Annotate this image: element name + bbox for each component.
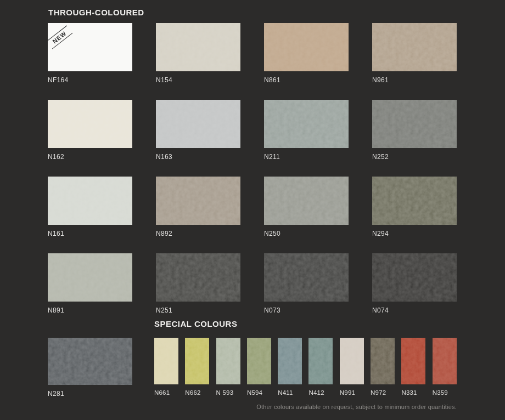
colour-swatch [156,23,240,71]
swatch-cell: N281 [48,338,132,398]
swatch-cell: N972 [371,338,395,396]
swatch-label: N211 [264,153,349,161]
section-title-through-coloured: THROUGH-COLOURED [48,8,144,16]
swatch-cell: N162 [48,100,132,161]
texture-overlay [216,338,240,384]
swatch-label: N162 [48,153,132,161]
swatch-label: N359 [433,389,457,396]
texture-overlay [372,100,457,148]
colour-swatch [371,338,395,384]
colour-swatch: NEW [48,23,132,71]
footnote-text: Other colours available on request, subj… [256,404,457,410]
texture-overlay [264,23,349,71]
colour-swatch [372,100,457,148]
texture-overlay [48,177,132,225]
swatch-label: N412 [308,389,333,396]
swatch-label: N594 [247,389,271,396]
swatch-label: N250 [264,230,349,237]
swatch-cell: N252 [372,100,457,161]
colour-swatch [156,100,240,148]
swatch-label: N662 [185,389,209,396]
swatch-cell: N 593 [216,338,240,396]
swatch-label: NF164 [48,76,132,84]
texture-overlay [185,338,209,384]
swatch-label: N661 [154,389,178,396]
colour-swatch [247,338,271,384]
texture-overlay [340,338,364,384]
swatch-label: N861 [264,76,349,84]
colour-swatch [278,338,302,384]
swatch-cell: N891 [48,253,132,314]
swatch-cell: N250 [264,177,349,237]
texture-overlay [154,338,178,384]
swatch-label: N154 [156,76,240,84]
texture-overlay [264,100,349,148]
swatch-cell: N662 [185,338,209,396]
colour-swatch [372,253,457,302]
colour-swatch [156,177,240,225]
colour-swatch [154,338,178,384]
texture-overlay [48,338,132,385]
swatch-label: N161 [48,230,132,237]
colour-swatch [372,23,457,71]
swatch-label: N411 [278,389,302,396]
swatch-label: N961 [372,76,457,84]
colour-swatch [156,253,240,302]
texture-overlay [264,253,349,302]
swatch-cell: N411 [278,338,302,396]
colour-swatch [264,177,349,225]
texture-overlay [48,100,132,148]
swatch-label: N073 [264,307,349,314]
colour-swatch [48,253,132,302]
colour-swatch [372,177,457,225]
swatch-cell: N892 [156,177,240,237]
texture-overlay [278,338,302,384]
colour-swatch [185,338,209,384]
swatch-cell: N961 [372,23,457,84]
swatch-cell: N163 [156,100,240,161]
texture-overlay [156,177,240,225]
texture-overlay [372,177,457,225]
colour-swatch [216,338,240,384]
swatch-cell: N074 [372,253,457,314]
swatch-label: N972 [371,389,395,396]
colour-swatch [264,253,349,302]
texture-overlay [48,253,132,302]
texture-overlay [264,177,349,225]
swatch-label: N891 [48,307,132,314]
swatch-label: N251 [156,307,240,314]
special-colours-grid: N661 N662 N 593 N594 N411 [154,338,457,396]
swatch-cell: N359 [433,338,457,396]
swatch-cell: N161 [48,177,132,237]
colour-swatch [401,338,425,384]
swatch-cell: N211 [264,100,349,161]
swatch-cell: N073 [264,253,349,314]
swatch-label: N331 [401,389,425,396]
colour-swatch [264,100,349,148]
colour-chart-page: THROUGH-COLOURED NEW NF164 N154 N861 [0,0,505,420]
texture-overlay [247,338,271,384]
swatch-label: N294 [372,230,457,237]
through-coloured-grid: NEW NF164 N154 N861 N961 [48,23,457,314]
swatch-label: N281 [48,390,132,398]
swatch-cell: NEW NF164 [48,23,132,84]
colour-swatch [48,177,132,225]
swatch-cell: N594 [247,338,271,396]
colour-swatch [48,100,132,148]
swatch-label: N991 [340,389,364,396]
texture-overlay [156,100,240,148]
new-badge: NEW [48,26,72,49]
swatch-cell: N294 [372,177,457,237]
colour-swatch [340,338,364,384]
texture-overlay [371,338,395,384]
swatch-cell: N861 [264,23,349,84]
texture-overlay [433,338,457,384]
swatch-cell: N154 [156,23,240,84]
swatch-cell: N412 [308,338,333,396]
colour-swatch [433,338,457,384]
swatch-cell: N661 [154,338,178,396]
section-title-special-colours: SPECIAL COLOURS [154,320,237,328]
texture-overlay [372,23,457,71]
texture-overlay [372,253,457,302]
colour-swatch [264,23,349,71]
